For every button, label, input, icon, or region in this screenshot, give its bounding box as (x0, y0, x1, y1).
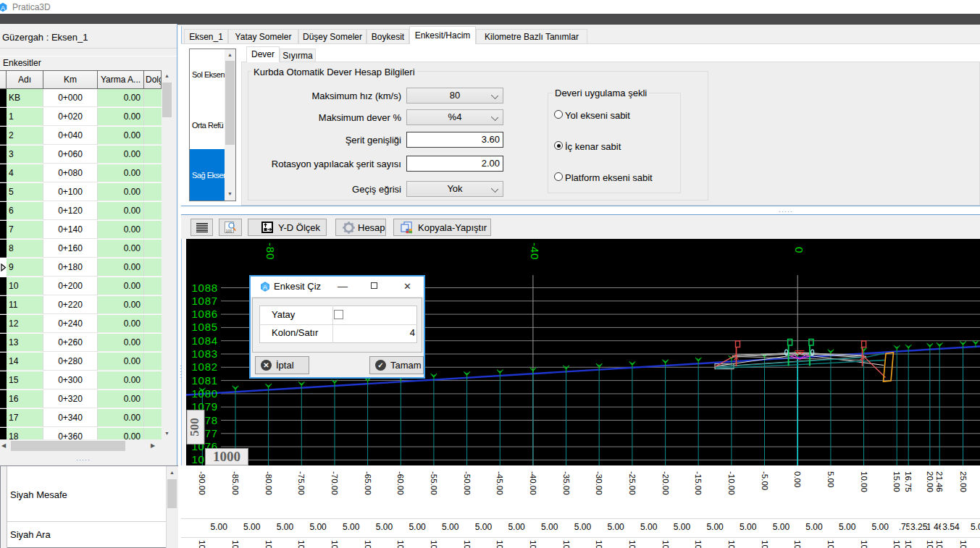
svg-text:10: 10 (463, 540, 472, 548)
svg-text:-15.00: -15.00 (694, 471, 703, 495)
svg-text:1085: 1085 (191, 321, 218, 333)
svg-text:10: 10 (628, 540, 637, 548)
svg-text:3.25: 3.25 (910, 522, 928, 532)
svg-text:20.00: 20.00 (926, 471, 934, 492)
svg-text:10: 10 (761, 540, 769, 548)
svg-text:10: 10 (529, 540, 537, 548)
svg-text:5.00: 5.00 (805, 522, 823, 532)
svg-text:100: 100 (226, 229, 233, 233)
svg-text:10: 10 (694, 540, 703, 548)
svg-text:5.00: 5.00 (343, 522, 360, 532)
svg-text:5.00: 5.00 (409, 522, 426, 532)
svg-text:5.00: 5.00 (574, 522, 592, 532)
svg-text:-40: -40 (529, 243, 541, 260)
svg-text:21.46: 21.46 (935, 471, 944, 492)
svg-text:-35.00: -35.00 (562, 471, 571, 495)
svg-text:-80.00: -80.00 (264, 471, 273, 495)
svg-text:-60.00: -60.00 (396, 471, 405, 495)
svg-text:10: 10 (330, 540, 339, 548)
svg-text:5.00: 5.00 (277, 522, 294, 532)
svg-text:5.00: 5.00 (674, 522, 691, 532)
svg-text:10: 10 (396, 540, 405, 548)
svg-text:-90.00: -90.00 (198, 471, 206, 495)
svg-text:5.00: 5.00 (211, 522, 228, 532)
svg-text:-30.00: -30.00 (595, 471, 603, 495)
svg-text:1082: 1082 (191, 361, 218, 373)
svg-text:-25.00: -25.00 (628, 471, 637, 495)
svg-text:5.00: 5.00 (706, 522, 724, 532)
svg-text:10: 10 (959, 540, 968, 548)
svg-text:-80: -80 (264, 243, 277, 260)
svg-text:10: 10 (793, 540, 802, 548)
svg-text:A: A (1, 4, 5, 12)
svg-text:5.00: 5.00 (607, 522, 624, 532)
svg-text:0: 0 (793, 247, 805, 253)
svg-text:1083: 1083 (191, 347, 218, 360)
svg-text:10: 10 (860, 540, 868, 548)
svg-text:-45.00: -45.00 (495, 471, 504, 495)
svg-text:-10.00: -10.00 (727, 471, 736, 495)
svg-text:10: 10 (727, 540, 736, 548)
svg-text:25.00: 25.00 (959, 471, 968, 492)
svg-text:1081: 1081 (191, 374, 218, 387)
svg-text:-20.00: -20.00 (661, 471, 670, 495)
svg-text:5.00: 5.00 (376, 522, 393, 532)
svg-text:-40.00: -40.00 (529, 471, 537, 495)
svg-text:15.00: 15.00 (892, 471, 901, 492)
svg-text:10: 10 (364, 540, 372, 548)
svg-text:-65.00: -65.00 (364, 471, 372, 495)
svg-text:10: 10 (935, 540, 944, 548)
svg-text:5.00: 5.00 (826, 471, 835, 487)
svg-text:0.00: 0.00 (793, 471, 802, 487)
svg-text:5.00: 5.00 (971, 522, 980, 532)
svg-text:10: 10 (892, 540, 901, 548)
svg-text:10: 10 (661, 540, 670, 548)
svg-text:5.00: 5.00 (475, 522, 493, 532)
svg-text:10: 10 (926, 540, 934, 548)
svg-text:500: 500 (188, 418, 201, 437)
svg-text:10: 10 (264, 540, 273, 548)
svg-text:3.54: 3.54 (942, 522, 960, 532)
svg-text:5.00: 5.00 (640, 522, 658, 532)
svg-text:5.00: 5.00 (442, 522, 459, 532)
svg-text:10: 10 (297, 540, 306, 548)
svg-text:1000: 1000 (213, 449, 240, 464)
svg-text:5.00: 5.00 (309, 522, 327, 532)
svg-text:-70.00: -70.00 (330, 471, 339, 495)
svg-text:10: 10 (198, 540, 206, 548)
svg-text:-55.00: -55.00 (430, 471, 438, 495)
svg-text:1084: 1084 (191, 334, 218, 347)
svg-text:5.00: 5.00 (508, 522, 525, 532)
svg-text:5.00: 5.00 (773, 522, 790, 532)
svg-text:10: 10 (430, 540, 438, 548)
svg-text:10: 10 (826, 540, 835, 548)
svg-text:10: 10 (595, 540, 603, 548)
svg-text:-85.00: -85.00 (231, 471, 240, 495)
svg-text:5.00: 5.00 (872, 522, 889, 532)
svg-text:10: 10 (562, 540, 571, 548)
svg-text:16.75: 16.75 (904, 471, 913, 492)
svg-text:-75.00: -75.00 (297, 471, 306, 495)
svg-text:10: 10 (495, 540, 504, 548)
svg-text:1088: 1088 (191, 282, 218, 294)
svg-text:-5.00: -5.00 (761, 471, 769, 490)
svg-text:1087: 1087 (191, 295, 218, 307)
svg-text:10.00: 10.00 (860, 471, 868, 492)
svg-text:5.00: 5.00 (740, 522, 757, 532)
svg-text:5.00: 5.00 (839, 522, 856, 532)
svg-text:-50.00: -50.00 (463, 471, 472, 495)
svg-text:10: 10 (231, 540, 240, 548)
svg-text:1080: 1080 (191, 387, 218, 400)
svg-text:1086: 1086 (191, 308, 218, 320)
svg-text:10: 10 (904, 540, 913, 548)
svg-text:5.00: 5.00 (243, 522, 261, 532)
svg-text:5.00: 5.00 (541, 522, 558, 532)
svg-text:A: A (263, 283, 268, 291)
